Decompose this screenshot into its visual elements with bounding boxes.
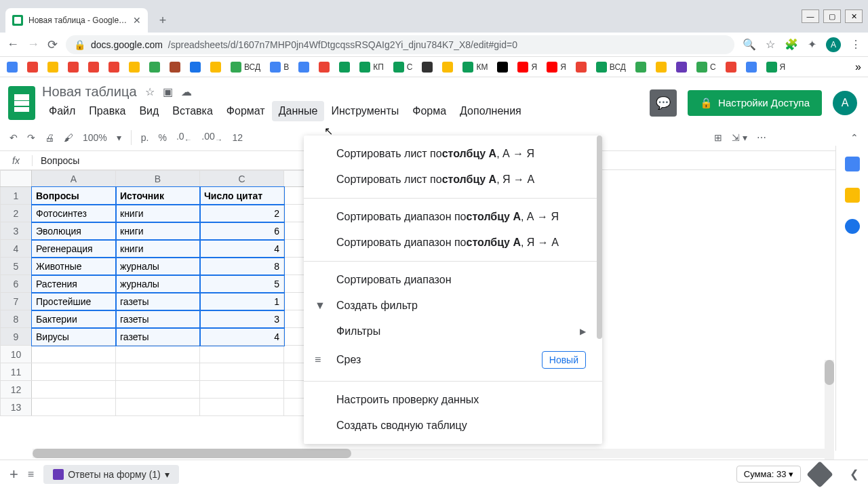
cell[interactable]: Фотосинтез [32,205,116,222]
sort-sheet-az[interactable]: Сортировать лист по столбцу A, А → Я [304,141,602,167]
merge-button[interactable]: ⇲ ▾ [732,132,747,143]
bookmark-item[interactable]: ВСД [231,62,260,73]
cell[interactable]: 1 [200,293,284,310]
move-icon[interactable]: ▣ [163,85,173,98]
sort-range-za[interactable]: Сортировать диапазон по столбцу A, Я → А [304,230,602,256]
bookmark-item[interactable] [319,62,330,73]
cell[interactable] [200,346,284,363]
row-header-5[interactable]: 5 [1,258,32,275]
bookmark-item[interactable] [47,62,58,73]
row-header-2[interactable]: 2 [1,205,32,222]
cell[interactable] [116,363,200,381]
cell[interactable]: 5 [200,275,284,293]
bookmark-item[interactable]: КМ [462,62,488,73]
cell[interactable]: Число цитат [200,187,284,205]
add-sheet-button[interactable]: + [9,466,18,483]
row-header-13[interactable]: 13 [1,399,32,416]
currency-button[interactable]: р. [141,132,149,143]
cell[interactable] [116,346,200,363]
cell[interactable] [32,346,116,363]
document-title[interactable]: Новая таблица [42,84,137,100]
cell[interactable]: газеты [116,310,200,328]
bookmark-item[interactable] [422,62,433,73]
bookmark-item[interactable] [497,62,508,73]
cell[interactable] [116,381,200,399]
slicer[interactable]: ≡ Срез Новый [304,344,602,375]
cell[interactable] [200,363,284,381]
cell[interactable]: Вирусы [32,328,116,346]
account-avatar[interactable]: А [833,91,857,115]
sort-sheet-za[interactable]: Сортировать лист по столбцу A, Я → А [304,167,602,192]
row-header-3[interactable]: 3 [1,222,32,240]
row-header-6[interactable]: 6 [1,275,32,293]
back-button[interactable]: ← [7,37,19,52]
chrome-menu-icon[interactable]: ⋮ [850,38,861,51]
menu-вставка[interactable]: Вставка [165,101,219,121]
bookmark-item[interactable]: Я [547,62,566,73]
cell[interactable] [200,399,284,416]
extensions-icon[interactable]: 🧩 [785,38,798,51]
menu-форма[interactable]: Форма [406,101,453,121]
bookmark-item[interactable] [27,62,38,73]
reload-button[interactable]: ⟳ [47,37,58,52]
column-header-C[interactable]: C [200,171,284,187]
bookmark-item[interactable]: С [696,62,716,73]
comments-button[interactable]: 💬 [650,89,677,117]
redo-button[interactable]: ↷ [27,132,35,143]
cell[interactable]: 2 [200,205,284,222]
browser-tab[interactable]: Новая таблица - Google Табли... ✕ [5,8,148,33]
cell[interactable]: 3 [200,310,284,328]
url-field[interactable]: 🔒 docs.google.com/spreadsheets/d/1607n7M… [66,35,734,54]
bookmark-item[interactable] [129,62,140,73]
bookmark-item[interactable] [746,62,757,73]
profile-avatar[interactable]: А [826,37,841,52]
menu-вид[interactable]: Вид [132,101,165,121]
zoom-icon[interactable]: 🔍 [743,38,756,51]
cell[interactable]: книги [116,205,200,222]
select-all-corner[interactable] [1,171,32,187]
paint-format-button[interactable]: 🖌 [64,132,73,143]
all-sheets-button[interactable]: ≡ [28,468,34,481]
bookmark-item[interactable]: Я [766,62,786,73]
forward-button[interactable]: → [27,37,39,52]
sort-range[interactable]: Сортировать диапазон [304,267,602,293]
cell[interactable]: Источник [116,187,200,205]
bookmark-item[interactable] [88,62,99,73]
create-filter[interactable]: ▼ Создать фильтр [304,293,602,319]
bookmark-item[interactable] [339,62,350,73]
increase-decimal-button[interactable]: .00→ [201,131,222,144]
data-validation[interactable]: Настроить проверку данных [304,387,602,413]
bookmarks-overflow[interactable]: » [855,61,861,73]
bookmark-item[interactable] [298,62,309,73]
bookmark-item[interactable] [442,62,453,73]
bookmark-item[interactable]: ВСД [596,62,626,73]
row-header-4[interactable]: 4 [1,240,32,258]
percent-button[interactable]: % [159,132,167,143]
zoom-select[interactable]: 100% [83,132,107,143]
cloud-status-icon[interactable]: ☁ [181,85,192,98]
minimize-button[interactable]: — [802,9,819,23]
cell[interactable] [32,399,116,416]
column-header-A[interactable]: A [32,171,116,187]
formula-input[interactable]: Вопросы [33,155,79,166]
row-header-12[interactable]: 12 [1,381,32,399]
cell[interactable]: Вопросы [32,187,116,205]
bookmark-item[interactable] [190,62,201,73]
extensions-menu-icon[interactable]: ✦ [808,38,816,51]
menu-дополнения[interactable]: Дополнения [453,101,528,121]
filters-submenu[interactable]: Фильтры ▶ [304,319,602,344]
cell[interactable] [32,381,116,399]
menu-данные[interactable]: Данные [272,101,325,121]
bookmark-item[interactable] [726,62,736,73]
bookmark-item[interactable] [656,62,667,73]
row-header-1[interactable]: 1 [1,187,32,205]
bookmark-item[interactable]: В [270,62,289,73]
horizontal-scrollbar[interactable] [33,449,830,458]
close-tab-icon[interactable]: ✕ [133,15,141,26]
cell[interactable]: книги [116,240,200,258]
bookmark-item[interactable] [210,62,221,73]
cell[interactable]: журналы [116,275,200,293]
row-header-11[interactable]: 11 [1,363,32,381]
share-button[interactable]: 🔒 Настройки Доступа [688,90,822,116]
bookmark-item[interactable] [108,62,119,73]
